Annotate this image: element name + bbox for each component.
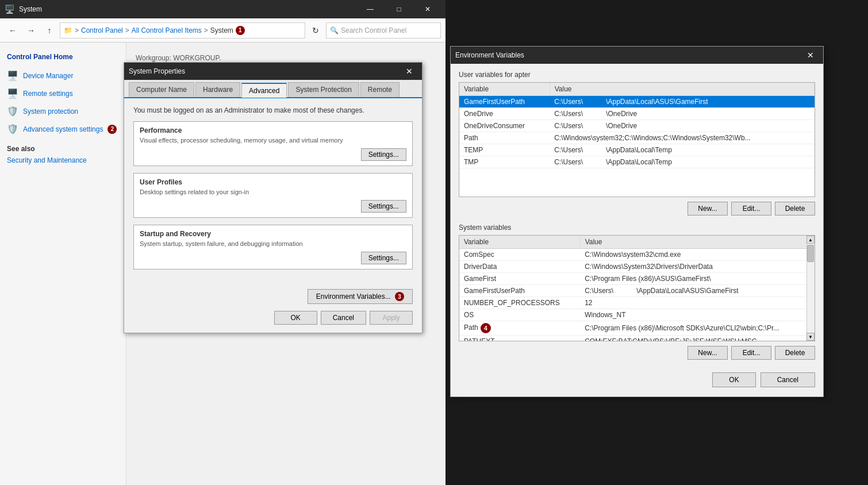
user-vars-title: User variables for apter xyxy=(459,71,815,79)
maximize-button[interactable]: □ xyxy=(386,0,412,18)
sys-var-value: C:\Users\ \AppData\Local\ASUS\GameFirst xyxy=(580,285,814,297)
workgroup-value: WORKGROUP. xyxy=(173,54,221,62)
user-delete-button[interactable]: Delete xyxy=(775,202,815,215)
sys-edit-button[interactable]: Edit... xyxy=(731,346,771,360)
startup-recovery-settings-button[interactable]: Settings... xyxy=(361,252,406,264)
user-var-row[interactable]: GameFirstUserPathC:\Users\ \AppData\Loca… xyxy=(459,96,815,108)
user-vars-table: Variable Value GameFirstUserPathC:\Users… xyxy=(459,83,815,168)
dialog-close-button[interactable]: ✕ xyxy=(401,63,417,79)
sys-var-row[interactable]: PATHEXTCOM;EXE;BAT;CMD;VBS;VBE;JS;JSE;WS… xyxy=(459,336,815,342)
refresh-button[interactable]: ↻ xyxy=(308,22,324,39)
dialog-footer: OK Cancel Apply xyxy=(124,306,422,333)
sys-var-row[interactable]: GameFirstC:\Program Files (x86)\ASUS\Gam… xyxy=(459,273,815,285)
env-titlebar: Environment Variables ✕ xyxy=(451,47,823,64)
search-icon: 🔍 xyxy=(330,26,339,34)
user-new-button[interactable]: New... xyxy=(688,202,728,215)
user-var-row[interactable]: TMPC:\Users\ \AppData\Local\Temp xyxy=(459,156,815,168)
back-button[interactable]: ← xyxy=(5,22,21,39)
scroll-up-btn[interactable]: ▲ xyxy=(806,236,815,244)
sidebar-item-advanced-settings[interactable]: 🛡️ Advanced system settings 2 xyxy=(0,120,126,138)
workgroup-label: Workgroup: xyxy=(136,54,171,62)
env-vars-btn-wrap: Environment Variables... 3 xyxy=(124,284,422,306)
user-vars-table-container[interactable]: Variable Value GameFirstUserPathC:\Users… xyxy=(459,82,815,197)
user-var-row[interactable]: TEMPC:\Users\ \AppData\Local\Temp xyxy=(459,144,815,156)
sys-var-actions: New... Edit... Delete xyxy=(459,346,815,360)
forward-button[interactable]: → xyxy=(23,22,39,39)
sys-var-row[interactable]: NUMBER_OF_PROCESSORS12 xyxy=(459,297,815,309)
minimize-button[interactable]: — xyxy=(357,0,383,18)
close-button[interactable]: ✕ xyxy=(414,0,441,18)
sidebar-item-label: Device Manager xyxy=(23,72,73,80)
scrollbar-thumb[interactable] xyxy=(807,245,814,262)
sys-var-row[interactable]: Path4C:\Program Files (x86)\Microsoft SD… xyxy=(459,321,815,336)
sys-var-row[interactable]: GameFirstUserPathC:\Users\ \AppData\Loca… xyxy=(459,285,815,297)
sidebar-item-remote-settings[interactable]: 🖥️ Remote settings xyxy=(0,84,126,102)
env-close-button[interactable]: ✕ xyxy=(802,47,819,63)
sidebar-item-system-protection[interactable]: 🛡️ System protection xyxy=(0,102,126,120)
breadcrumb-control-panel[interactable]: Control Panel xyxy=(81,26,123,34)
search-bar[interactable]: 🔍 Search Control Panel xyxy=(326,22,441,39)
user-var-value: C:\Users\ \AppData\Local\Temp xyxy=(550,156,814,168)
sys-vars-table: Variable Value ComSpecC:\Windows\system3… xyxy=(459,236,815,341)
sys-var-row[interactable]: ComSpecC:\Windows\system32\cmd.exe xyxy=(459,249,815,261)
titlebar-controls: — □ ✕ xyxy=(357,0,441,18)
env-window-title: Environment Variables xyxy=(455,51,798,59)
performance-settings-button[interactable]: Settings... xyxy=(361,148,406,161)
advanced-settings-badge: 2 xyxy=(107,125,117,134)
user-profiles-title: User Profiles xyxy=(140,178,406,186)
value-col-header: Value xyxy=(550,83,814,96)
sys-variable-col-header: Variable xyxy=(459,236,580,249)
sys-var-value: C:\Windows\System32\Drivers\DriverData xyxy=(580,261,814,273)
folder-icon: 📁 xyxy=(64,26,72,34)
sidebar-item-label: Remote settings xyxy=(23,90,73,98)
see-also-title: See also xyxy=(7,145,119,153)
user-edit-button[interactable]: Edit... xyxy=(731,202,771,215)
system-protection-icon: 🛡️ xyxy=(7,106,18,117)
sys-vars-table-container[interactable]: Variable Value ComSpecC:\Windows\system3… xyxy=(459,235,815,341)
security-maintenance-link[interactable]: Security and Maintenance xyxy=(7,156,119,164)
sys-var-value: C:\Windows\system32\cmd.exe xyxy=(580,249,814,261)
up-button[interactable]: ↑ xyxy=(41,22,57,39)
sys-var-row[interactable]: DriverDataC:\Windows\System32\Drivers\Dr… xyxy=(459,261,815,273)
env-ok-button[interactable]: OK xyxy=(712,372,755,387)
tab-computer-name[interactable]: Computer Name xyxy=(129,82,194,97)
see-also-section: See also Security and Maintenance xyxy=(0,138,126,171)
user-var-value: C:\Users\ \OneDrive xyxy=(550,120,814,132)
tab-advanced[interactable]: Advanced xyxy=(241,83,287,98)
tab-remote[interactable]: Remote xyxy=(360,82,400,97)
sys-var-value: C:\Program Files (x86)\ASUS\GameFirst\ xyxy=(580,273,814,285)
user-var-row[interactable]: OneDriveC:\Users\ \OneDrive xyxy=(459,108,815,120)
sidebar-item-device-manager[interactable]: 🖥️ Device Manager xyxy=(0,67,126,84)
environment-variables-button[interactable]: Environment Variables... 3 xyxy=(308,289,413,304)
apply-button[interactable]: Apply xyxy=(370,311,413,325)
breadcrumb-all-items[interactable]: All Control Panel Items xyxy=(132,26,202,34)
tab-system-protection[interactable]: System Protection xyxy=(288,82,359,97)
user-var-name: TMP xyxy=(459,156,550,168)
advanced-settings-icon: 🛡️ xyxy=(7,124,18,134)
user-var-name: GameFirstUserPath xyxy=(459,96,550,108)
sys-new-button[interactable]: New... xyxy=(688,346,728,360)
user-var-row[interactable]: OneDriveConsumerC:\Users\ \OneDrive xyxy=(459,120,815,132)
remote-settings-icon: 🖥️ xyxy=(7,88,18,99)
sys-var-name: ComSpec xyxy=(459,249,580,261)
address-bar: ← → ↑ 📁 > Control Panel > All Control Pa… xyxy=(0,18,445,43)
user-var-row[interactable]: PathC:\Windows\system32;C:\Windows;C:\Wi… xyxy=(459,132,815,144)
main-titlebar: 🖥️ System — □ ✕ xyxy=(0,0,445,18)
sys-delete-button[interactable]: Delete xyxy=(775,346,815,360)
user-profiles-settings-button[interactable]: Settings... xyxy=(361,200,406,213)
scroll-down-btn[interactable]: ▼ xyxy=(806,333,815,341)
ok-button[interactable]: OK xyxy=(274,311,317,325)
user-var-value: C:\Users\ \AppData\Local\Temp xyxy=(550,144,814,156)
environment-variables-window: Environment Variables ✕ User variables f… xyxy=(450,46,824,397)
sys-var-value: Windows_NT xyxy=(580,309,814,321)
sidebar-title[interactable]: Control Panel Home xyxy=(0,49,126,67)
tab-hardware[interactable]: Hardware xyxy=(195,82,240,97)
sys-var-name: PATHEXT xyxy=(459,336,580,342)
env-vars-badge: 3 xyxy=(395,292,404,301)
breadcrumb-badge: 1 xyxy=(236,26,245,35)
cancel-button[interactable]: Cancel xyxy=(321,311,366,325)
sys-var-name: OS xyxy=(459,309,580,321)
env-cancel-button[interactable]: Cancel xyxy=(761,372,815,387)
sys-var-row[interactable]: OSWindows_NT xyxy=(459,309,815,321)
sys-value-col-header: Value xyxy=(580,236,814,249)
